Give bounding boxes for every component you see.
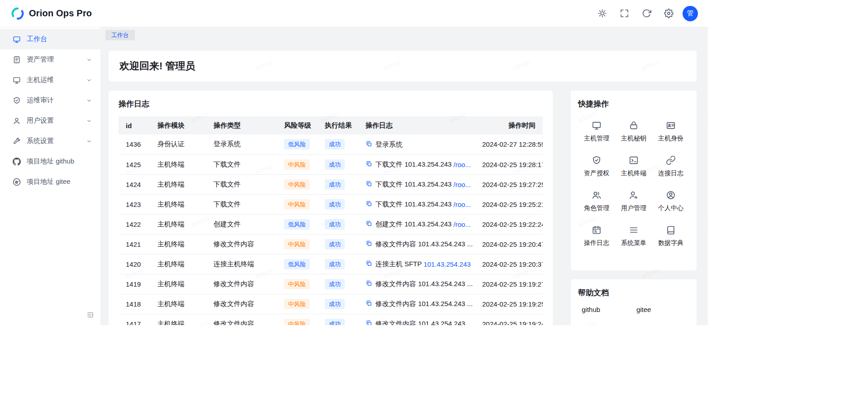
sidebar-item-label: 资产管理 xyxy=(27,55,54,64)
settings-icon[interactable] xyxy=(664,9,674,18)
quick-action-shield[interactable]: 资产授权 xyxy=(578,150,615,182)
quick-action-monitor[interactable]: 主机管理 xyxy=(578,115,615,148)
quick-action-team[interactable]: 角色管理 xyxy=(578,185,615,217)
help-link-gitee[interactable]: gitee xyxy=(636,306,651,313)
copy-icon[interactable] xyxy=(365,160,372,167)
cell-result: 成功 xyxy=(318,294,358,314)
table-row: 1423 主机终端 下载文件 中风险 成功 下载文件 101.43.254.24… xyxy=(119,194,543,214)
copy-icon[interactable] xyxy=(365,200,372,207)
collapse-sidebar-button[interactable] xyxy=(86,311,94,319)
table-row: 1417 主机终端 修改文件内容 中风险 成功 修改文件内容 101.43.25… xyxy=(119,314,543,325)
cell-id: 1417 xyxy=(119,314,150,325)
cell-log: 下载文件 101.43.254.243 /roo... xyxy=(358,194,475,214)
quick-actions-card: 快捷操作 主机管理 主机秘钥 主机身份 资产授权 主机终端 连接日志 角色管理 … xyxy=(571,91,697,270)
quick-action-menu[interactable]: 系统菜单 xyxy=(615,220,652,252)
cell-risk: 低风险 xyxy=(277,214,318,234)
operation-log-table: id 操作模块 操作类型 风险等级 执行结果 操作日志 操作时间 1436 xyxy=(119,116,543,325)
quick-action-lock[interactable]: 主机秘钥 xyxy=(615,115,652,148)
help-docs-card: 帮助文档 githubgitee xyxy=(571,279,697,325)
sidebar-item-github[interactable]: 项目地址 github xyxy=(0,151,100,172)
cell-id: 1421 xyxy=(119,234,150,254)
cell-result: 成功 xyxy=(318,254,358,274)
cell-result: 成功 xyxy=(318,134,358,154)
sidebar-item-host[interactable]: 主机运维 xyxy=(0,70,100,90)
menu-icon xyxy=(629,225,639,235)
quick-action-calendar[interactable]: 操作日志 xyxy=(578,220,615,252)
quick-action-user-circle[interactable]: 个人中心 xyxy=(652,185,689,217)
app-title: Orion Ops Pro xyxy=(29,8,92,19)
content: 欢迎回来! 管理员 操作日志 id xyxy=(100,40,708,325)
cell-type: 下载文件 xyxy=(206,154,277,174)
risk-badge: 中风险 xyxy=(284,179,310,190)
help-links: githubgitee xyxy=(578,306,689,313)
sidebar-item-asset[interactable]: 资产管理 xyxy=(0,49,100,70)
result-badge: 成功 xyxy=(325,279,345,289)
result-badge: 成功 xyxy=(325,259,345,269)
cell-id: 1420 xyxy=(119,254,150,274)
quick-action-user-add[interactable]: 用户管理 xyxy=(615,185,652,217)
log-link[interactable]: /roo... xyxy=(454,161,471,168)
quick-action-label: 操作日志 xyxy=(584,239,609,247)
sidebar-item-audit[interactable]: 运维审计 xyxy=(0,90,100,110)
tab-bar: 工作台 xyxy=(100,27,708,40)
sidebar-item-user[interactable]: 用户设置 xyxy=(0,110,100,131)
team-icon xyxy=(592,190,602,200)
cell-log: 修改文件内容 101.43.254.243 ... xyxy=(358,234,475,254)
cell-risk: 中风险 xyxy=(277,234,318,254)
theme-icon[interactable] xyxy=(598,9,607,18)
cell-result: 成功 xyxy=(318,154,358,174)
copy-icon[interactable] xyxy=(365,240,372,247)
host-icon xyxy=(13,76,21,84)
copy-icon[interactable] xyxy=(365,300,372,307)
log-text: 创建文件 101.43.254.243 xyxy=(375,220,454,228)
result-badge: 成功 xyxy=(325,139,345,149)
sidebar-item-dashboard[interactable]: 工作台 xyxy=(0,29,100,49)
copy-icon[interactable] xyxy=(365,220,372,227)
cell-time: 2024-02-25 19:20:37 xyxy=(475,254,543,274)
tab-workbench[interactable]: 工作台 xyxy=(105,30,135,40)
chevron-down-icon xyxy=(86,77,92,83)
cell-id: 1422 xyxy=(119,214,150,234)
book-icon xyxy=(666,225,676,235)
cell-type: 修改文件内容 xyxy=(206,234,277,254)
help-link-github[interactable]: github xyxy=(582,306,600,313)
terminal-icon xyxy=(629,155,639,165)
quick-action-book[interactable]: 数据字典 xyxy=(652,220,689,252)
copy-icon[interactable] xyxy=(365,320,372,325)
log-link[interactable]: /roo... xyxy=(454,201,471,208)
log-link[interactable]: /roo... xyxy=(454,181,471,188)
cell-risk: 低风险 xyxy=(277,254,318,274)
col-time: 操作时间 xyxy=(475,116,543,134)
log-text: 下载文件 101.43.254.243 xyxy=(375,160,454,168)
quick-action-link[interactable]: 连接日志 xyxy=(652,150,689,182)
quick-action-label: 数据字典 xyxy=(658,239,683,247)
quick-action-id-card[interactable]: 主机身份 xyxy=(652,115,689,148)
cell-time: 2024-02-25 19:25:21 xyxy=(475,194,543,214)
cell-type: 下载文件 xyxy=(206,174,277,194)
cell-module: 身份认证 xyxy=(150,134,206,154)
copy-icon[interactable] xyxy=(365,260,372,267)
log-text: 修改文件内容 101.43.254.243 ... xyxy=(375,280,473,288)
refresh-icon[interactable] xyxy=(642,9,651,18)
copy-icon[interactable] xyxy=(365,280,372,287)
cell-log: 连接主机 SFTP 101.43.254.243 xyxy=(358,254,475,274)
risk-badge: 中风险 xyxy=(284,299,310,309)
copy-icon[interactable] xyxy=(365,180,372,187)
sidebar-item-gitee[interactable]: 项目地址 gitee xyxy=(0,172,100,192)
log-text: 下载文件 101.43.254.243 xyxy=(375,180,454,188)
sidebar-nav: 工作台 资产管理 主机运维 运维审计 用户设置 系统设置 项目地址 github… xyxy=(0,29,100,192)
risk-badge: 低风险 xyxy=(284,139,310,149)
sidebar-item-system[interactable]: 系统设置 xyxy=(0,131,100,151)
user-avatar[interactable]: 管 xyxy=(683,6,698,21)
log-text: 连接主机 SFTP xyxy=(375,260,423,268)
cell-risk: 中风险 xyxy=(277,174,318,194)
copy-icon[interactable] xyxy=(365,140,372,147)
quick-action-terminal[interactable]: 主机终端 xyxy=(615,150,652,182)
quick-actions-grid: 主机管理 主机秘钥 主机身份 资产授权 主机终端 连接日志 角色管理 用户管理 … xyxy=(578,115,689,252)
table-row: 1418 主机终端 修改文件内容 中风险 成功 修改文件内容 101.43.25… xyxy=(119,294,543,314)
log-link[interactable]: /roo... xyxy=(454,221,471,228)
cell-time: 2024-02-25 19:19:24 xyxy=(475,314,543,325)
col-result: 执行结果 xyxy=(318,116,358,134)
fullscreen-icon[interactable] xyxy=(620,9,629,18)
log-link[interactable]: 101.43.254.243 xyxy=(423,260,470,268)
